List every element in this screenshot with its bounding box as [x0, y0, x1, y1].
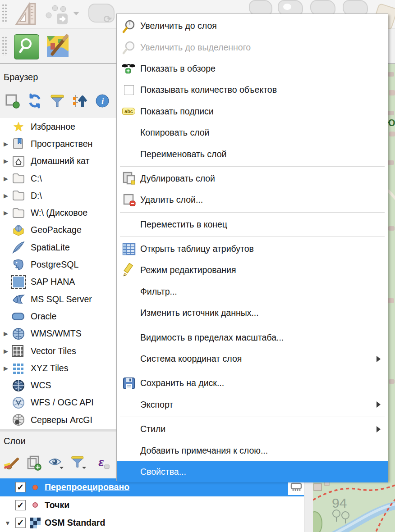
expander-icon[interactable]: ▶: [0, 192, 12, 199]
globe-dark-icon: [12, 379, 25, 392]
layer-checkbox[interactable]: ✓: [15, 482, 26, 492]
menu-item-copy-layer[interactable]: Копировать слой: [117, 122, 388, 143]
add-selected-layers-icon[interactable]: [4, 92, 20, 109]
menu-item-duplicate-layer[interactable]: Дублировать слой: [117, 168, 388, 189]
checkbox-unchecked-icon[interactable]: [124, 85, 134, 95]
overview-glasses-icon: [121, 61, 136, 76]
menu-item-scale-visibility[interactable]: Видимость в пределах масштаба...: [117, 327, 388, 348]
expander-icon[interactable]: ▶: [0, 348, 12, 355]
globe-icon: [12, 327, 25, 341]
map-label-94: 94: [332, 496, 347, 510]
feather-icon: [12, 241, 25, 254]
folder-icon: [12, 189, 25, 202]
menu-item-layer-notes[interactable]: Добавить примечания к слою...: [117, 440, 388, 461]
save-disk-icon: [121, 376, 136, 391]
info-icon[interactable]: i: [94, 92, 110, 109]
menu-item-filter[interactable]: Фильтр...: [117, 281, 388, 302]
toolbar-drag-handle[interactable]: [2, 4, 7, 23]
filter-expression-icon[interactable]: ε: [93, 454, 110, 471]
expander-icon[interactable]: ▶: [0, 209, 12, 216]
menu-item-show-labels[interactable]: abc Показать подписи: [117, 101, 388, 122]
disabled-tool-icon: [343, 0, 368, 15]
zoom-to-layer-icon: [121, 18, 136, 33]
submenu-arrow-icon: [377, 356, 381, 362]
map-pencil-icon: [46, 34, 69, 59]
expander-icon[interactable]: ▶: [0, 365, 12, 372]
move-feature-icon[interactable]: [45, 4, 71, 27]
measure-tool-icon[interactable]: [14, 2, 39, 29]
menu-item-rename-layer[interactable]: Переименовать слой: [117, 143, 388, 164]
expander-icon[interactable]: ▶: [0, 141, 12, 147]
point-symbol: [32, 502, 38, 508]
search-icon: [18, 37, 36, 57]
disabled-tool-icon: ⟳: [88, 4, 115, 23]
menu-item-styles[interactable]: Стили: [117, 418, 388, 440]
menu-item-move-to-bottom[interactable]: Переместить в конец: [117, 214, 388, 235]
star-icon: ★: [12, 120, 25, 133]
manage-visibility-icon[interactable]: [48, 454, 64, 471]
sap-hana-icon: [13, 277, 24, 287]
refresh-icon[interactable]: [26, 92, 43, 109]
filter-legend-icon[interactable]: [70, 454, 87, 471]
layer-context-menu: Увеличить до слоя Увеличить до выделенно…: [116, 14, 388, 481]
grid-blue-icon: [12, 362, 23, 374]
disabled-tool-icon: [278, 0, 303, 15]
home-folder-icon: [12, 155, 25, 168]
raster-symbol: [26, 518, 45, 528]
expander-icon[interactable]: ▼: [0, 519, 15, 527]
point-symbol: [32, 485, 38, 490]
pencil-icon: [121, 263, 136, 277]
expander-icon[interactable]: ▶: [0, 158, 12, 164]
filter-browser-icon[interactable]: [49, 92, 65, 109]
browser-panel-toolbar: i: [4, 92, 110, 109]
menu-item-layer-crs[interactable]: Система координат слоя: [117, 348, 388, 369]
menu-separator: [120, 166, 385, 167]
add-group-icon[interactable]: [25, 454, 42, 471]
layers-panel-toolbar: ε: [3, 454, 110, 471]
layer-row-osm-standard[interactable]: ▼ ✓ OSM Standard: [0, 514, 304, 532]
menu-separator: [120, 325, 385, 325]
layers-tree: ✓ Перепроецировано ✓ Точки ▼ ✓ OSM Stand…: [0, 478, 304, 532]
layer-name[interactable]: Перепроецировано: [45, 482, 129, 492]
svg-text:i: i: [101, 96, 104, 106]
oracle-icon: [12, 313, 24, 320]
bookmarks-icon: [12, 137, 25, 150]
menu-item-toggle-editing[interactable]: Режим редактирования: [117, 259, 388, 281]
style-manager-icon[interactable]: [3, 454, 19, 471]
menu-item-remove-layer[interactable]: Удалить слой...: [117, 189, 388, 210]
mssql-icon: [12, 292, 25, 306]
menu-item-show-in-overview[interactable]: Показать в обзоре: [117, 58, 388, 79]
toolbar-drag-handle[interactable]: [2, 36, 7, 56]
menu-separator: [120, 417, 385, 417]
menu-separator: [120, 212, 385, 213]
expander-icon[interactable]: ▶: [0, 175, 12, 182]
menu-item-zoom-to-selected: Увеличить до выделенного: [117, 36, 388, 58]
menu-item-save-as[interactable]: Сохранить на диск...: [117, 373, 388, 394]
labels-tag-icon: abc: [122, 108, 135, 115]
duplicate-layer-icon: [121, 171, 136, 186]
layer-checkbox[interactable]: ✓: [15, 518, 26, 528]
layers-panel-title: Слои: [4, 436, 26, 446]
menu-item-zoom-to-layer[interactable]: Увеличить до слоя: [117, 15, 388, 36]
menu-item-properties[interactable]: Свойства...: [117, 461, 388, 482]
attribute-table-icon: [121, 241, 136, 256]
browser-panel-title: Браузер: [4, 72, 38, 82]
disabled-tool-icon: [310, 0, 335, 15]
menu-item-change-data-source[interactable]: Изменить источник данных...: [117, 302, 388, 323]
layer-name[interactable]: OSM Standard: [45, 518, 105, 528]
search-plugin-button[interactable]: [14, 34, 39, 59]
menu-item-feature-count[interactable]: Показывать количество объектов: [117, 79, 388, 100]
layer-row-points[interactable]: ✓ Точки: [0, 496, 304, 514]
folder-icon: [12, 172, 25, 185]
collapse-all-icon[interactable]: [71, 92, 88, 109]
expander-icon[interactable]: ▶: [0, 330, 12, 337]
layer-name[interactable]: Точки: [45, 500, 69, 510]
menu-item-open-attribute-table[interactable]: Открыть таблицу атрибутов: [117, 238, 388, 259]
layer-checkbox[interactable]: ✓: [15, 500, 26, 510]
toolbar-dropdown-caret[interactable]: [73, 12, 79, 15]
globe-wfs-icon: [12, 396, 25, 409]
submenu-arrow-icon: [377, 401, 381, 408]
zoom-to-selected-icon: [121, 40, 136, 55]
menu-item-export[interactable]: Экспорт: [117, 394, 388, 415]
map-edit-plugin-button[interactable]: [45, 34, 70, 59]
